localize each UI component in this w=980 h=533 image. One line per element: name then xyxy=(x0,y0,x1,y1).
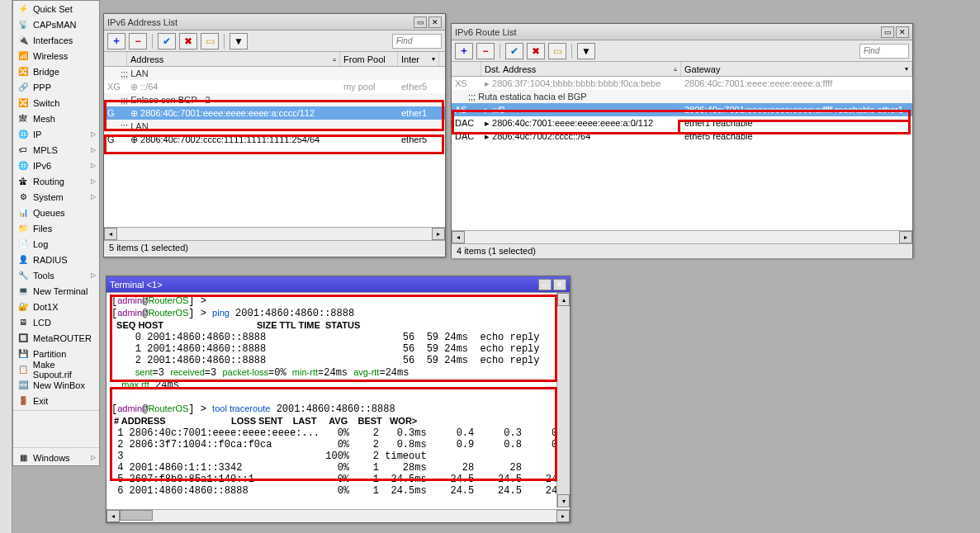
sidebar-item-ppp[interactable]: 🔗PPP xyxy=(13,79,99,95)
sidebar-item-tools[interactable]: 🔧Tools▷ xyxy=(13,267,99,283)
menu-icon: 🔲 xyxy=(17,332,30,345)
sidebar-item-wireless[interactable]: 📶Wireless xyxy=(13,48,99,64)
sidebar-label: Dot1X xyxy=(33,302,59,312)
titlebar[interactable]: Terminal <1> ▭ ✕ xyxy=(107,276,570,293)
v-scrollbar[interactable]: ▴ ▾ xyxy=(556,293,570,507)
address-table-body[interactable]: ;;; LANXG⊕ ::/64my poolether5;;; Enlace … xyxy=(104,67,445,227)
sidebar-item-files[interactable]: 📁Files xyxy=(13,220,99,236)
sidebar-item-mesh[interactable]: 🕸Mesh xyxy=(13,111,99,126)
minimize-button[interactable]: ▭ xyxy=(881,26,894,38)
enable-button[interactable]: ✔ xyxy=(158,33,176,50)
sidebar-item-windows[interactable]: ▦Windows▷ xyxy=(13,450,99,465)
sidebar-item-ip[interactable]: 🌐IP▷ xyxy=(13,126,99,142)
sidebar-label: LCD xyxy=(33,318,51,328)
col-address[interactable]: Address▵ xyxy=(127,52,340,66)
address-row[interactable]: XG⊕ ::/64my poolether5 xyxy=(104,80,445,93)
sidebar-label: Exit xyxy=(33,396,48,406)
address-row[interactable]: ;;; Enlace con BGP - 2 xyxy=(104,93,445,106)
close-button[interactable]: ✕ xyxy=(428,17,442,28)
sidebar-label: New WinBox xyxy=(33,380,85,390)
window-title: IPv6 Route List xyxy=(455,27,881,37)
terminal-window: Terminal <1> ▭ ✕ [admin@RouterOS] > [adm… xyxy=(106,276,570,523)
sidebar-item-new-terminal[interactable]: 💻New Terminal xyxy=(13,283,99,299)
sidebar-item-mpls[interactable]: 🏷MPLS▷ xyxy=(13,142,99,158)
find-input[interactable] xyxy=(859,44,909,59)
sidebar-item-exit[interactable]: 🚪Exit xyxy=(13,393,99,408)
sidebar-label: Interfaces xyxy=(33,35,73,45)
filter-button[interactable]: ▼ xyxy=(230,33,248,50)
sidebar-label: Wireless xyxy=(33,51,68,61)
sidebar-vertical-label xyxy=(0,0,12,533)
sidebar-label: System xyxy=(33,192,64,202)
terminal-output[interactable]: [admin@RouterOS] > [admin@RouterOS] > pi… xyxy=(107,293,570,509)
sidebar-item-log[interactable]: 📄Log xyxy=(13,236,99,252)
sidebar-label: Bridge xyxy=(33,67,59,77)
sidebar-item-new-winbox[interactable]: 🆕New WinBox xyxy=(13,377,99,393)
sidebar-item-routing[interactable]: 🛣Routing▷ xyxy=(13,173,99,189)
ipv6-address-list-window: IPv6 Address List ▭ ✕ ＋ − ✔ ✖ ▭ ▼ Addres… xyxy=(103,13,446,257)
route-row[interactable]: ;;; Ruta estatica hacia el BGP xyxy=(452,90,912,103)
enable-button[interactable]: ✔ xyxy=(505,43,523,59)
menu-icon: 🌐 xyxy=(17,128,30,141)
disable-button[interactable]: ✖ xyxy=(179,33,197,50)
comment-button[interactable]: ▭ xyxy=(548,43,566,59)
statusbar: 4 items (1 selected) xyxy=(452,243,912,258)
route-row[interactable]: AS▸ ::/02806:40c:7001:eeee:eeee:eeee:a:f… xyxy=(452,103,912,116)
find-input[interactable] xyxy=(392,34,442,49)
sidebar-label: Windows xyxy=(33,453,70,463)
menu-icon: 📊 xyxy=(17,206,30,219)
sidebar-label: MPLS xyxy=(33,145,58,155)
remove-button[interactable]: − xyxy=(476,43,495,59)
sidebar-label: RADIUS xyxy=(33,255,68,265)
address-row[interactable]: ;;; LAN xyxy=(104,120,445,133)
sidebar-label: IPv6 xyxy=(33,161,51,171)
sidebar-item-interfaces[interactable]: 🔌Interfaces xyxy=(13,32,99,48)
col-dst[interactable]: Dst. Address▵ xyxy=(481,62,681,76)
sidebar-label: Routing xyxy=(33,177,64,186)
sidebar-item-dot1x[interactable]: 🔐Dot1X xyxy=(13,299,99,314)
menu-icon: 🕸 xyxy=(17,112,30,125)
col-interface[interactable]: Inter▾ xyxy=(398,52,439,66)
sidebar-item-switch[interactable]: 🔀Switch xyxy=(13,95,99,111)
minimize-button[interactable]: ▭ xyxy=(538,279,552,290)
address-row[interactable]: G⊕ 2806:40c:7001:eeee:eeee:eeee:a:cccc/1… xyxy=(104,106,445,120)
remove-button[interactable]: − xyxy=(129,33,147,50)
menu-icon: 👤 xyxy=(17,253,30,266)
h-scrollbar[interactable]: ◂▸ xyxy=(104,227,445,240)
sidebar-item-bridge[interactable]: 🔀Bridge xyxy=(13,64,99,79)
route-row[interactable]: XS▸ 2806:3f7:1004:bbbb:bbbb:bbbb:f0ca:be… xyxy=(452,77,912,90)
sidebar-item-quick-set[interactable]: ⚡Quick Set xyxy=(13,1,99,17)
menu-icon: 🖥 xyxy=(17,316,30,329)
h-scrollbar[interactable]: ◂▸ xyxy=(107,509,570,522)
sidebar-item-queues[interactable]: 📊Queues xyxy=(13,205,99,220)
comment-button[interactable]: ▭ xyxy=(201,33,219,50)
menu-icon: 🛣 xyxy=(17,175,30,188)
filter-button[interactable]: ▼ xyxy=(577,43,595,59)
sidebar-item-make-supout.rif[interactable]: 📋Make Supout.rif xyxy=(13,361,99,377)
address-row[interactable]: ;;; LAN xyxy=(104,67,445,80)
sidebar-item-capsman[interactable]: 📡CAPsMAN xyxy=(13,17,99,32)
route-row[interactable]: DAC▸ 2806:40c:7001:eeee:eeee:eeee:a:0/11… xyxy=(452,116,912,130)
address-row[interactable]: G⊕ 2806:40c:7002:cccc:1111:1111:1111:254… xyxy=(104,133,445,146)
minimize-button[interactable]: ▭ xyxy=(414,17,427,28)
route-row[interactable]: DAC▸ 2806:40c:7002:cccc::/64ether5 reach… xyxy=(452,130,912,143)
titlebar[interactable]: IPv6 Address List ▭ ✕ xyxy=(104,14,445,31)
add-button[interactable]: ＋ xyxy=(455,43,473,59)
titlebar[interactable]: IPv6 Route List ▭ ✕ xyxy=(452,24,912,40)
menu-icon: 🔐 xyxy=(17,300,30,314)
close-button[interactable]: ✕ xyxy=(896,26,909,38)
sidebar-item-radius[interactable]: 👤RADIUS xyxy=(13,252,99,267)
sidebar-item-ipv6[interactable]: 🌐IPv6▷ xyxy=(13,158,99,173)
h-scrollbar[interactable]: ◂▸ xyxy=(452,230,912,243)
sidebar-label: Log xyxy=(33,239,48,249)
sidebar-item-system[interactable]: ⚙System▷ xyxy=(13,189,99,205)
route-table-body[interactable]: XS▸ 2806:3f7:1004:bbbb:bbbb:bbbb:f0ca:be… xyxy=(452,77,912,230)
col-from-pool[interactable]: From Pool xyxy=(340,52,398,66)
col-gateway[interactable]: Gateway▾ xyxy=(681,62,912,76)
sidebar-item-lcd[interactable]: 🖥LCD xyxy=(13,314,99,330)
disable-button[interactable]: ✖ xyxy=(527,43,545,59)
sidebar-label: Mesh xyxy=(33,114,55,124)
sidebar-item-metarouter[interactable]: 🔲MetaROUTER xyxy=(13,330,99,346)
close-button[interactable]: ✕ xyxy=(553,279,566,290)
add-button[interactable]: ＋ xyxy=(107,33,125,50)
